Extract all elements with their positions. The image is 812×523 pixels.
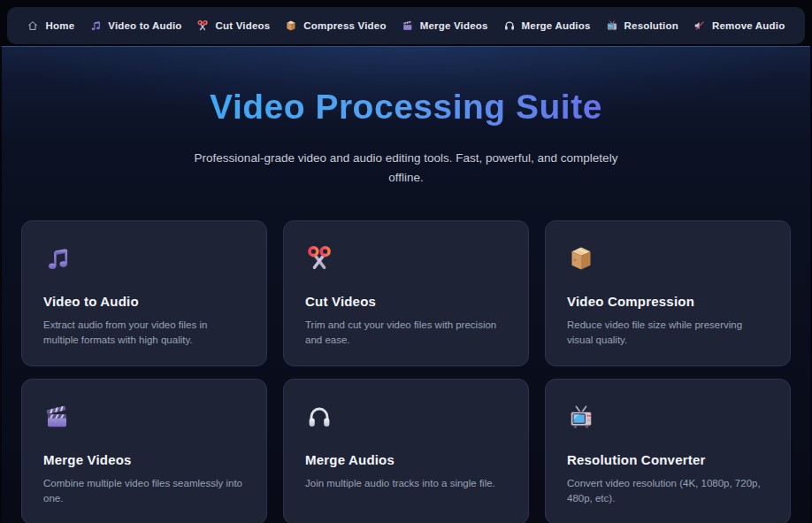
muted-speaker-icon bbox=[693, 19, 706, 32]
music-note-icon bbox=[43, 244, 72, 273]
nav-item-video-to-audio[interactable]: Video to Audio bbox=[89, 19, 181, 32]
headphones-icon bbox=[305, 403, 333, 431]
page-title: Video Processing Suite bbox=[210, 88, 602, 127]
nav-item-merge-audios[interactable]: Merge Audios bbox=[503, 19, 591, 32]
hero-section: Video Processing Suite Professional-grad… bbox=[2, 47, 810, 188]
nav-item-compress-video[interactable]: Compress Video bbox=[285, 19, 386, 32]
card-icon-wrap bbox=[305, 244, 507, 273]
nav-item-label: Compress Video bbox=[303, 20, 386, 31]
package-icon bbox=[567, 244, 595, 273]
card-description: Reduce video file size while preserving … bbox=[567, 318, 769, 347]
card-description: Combine multiple video files seamlessly … bbox=[43, 476, 245, 505]
card-icon-wrap bbox=[567, 403, 769, 431]
nav-item-label: Resolution bbox=[624, 20, 678, 31]
package-icon bbox=[285, 19, 297, 32]
tool-card-grid: Video to Audio Extract audio from your v… bbox=[21, 220, 791, 523]
card-description: Convert video resolution (4K, 1080p, 720… bbox=[567, 476, 769, 505]
card-cut-videos[interactable]: Cut Videos Trim and cut your video files… bbox=[283, 220, 529, 366]
nav-item-label: Home bbox=[45, 20, 74, 31]
nav-item-cut-videos[interactable]: Cut Videos bbox=[196, 19, 270, 32]
card-merge-videos[interactable]: Merge Videos Combine multiple video file… bbox=[21, 379, 267, 523]
page-subtitle: Professional-grade video and audio editi… bbox=[176, 149, 636, 188]
nav-item-label: Merge Videos bbox=[420, 20, 488, 31]
main-content: Video Processing Suite Professional-grad… bbox=[2, 46, 810, 523]
scissors-icon bbox=[305, 244, 333, 273]
headphones-icon bbox=[503, 19, 516, 32]
clapperboard-icon bbox=[402, 19, 414, 32]
card-video-compression[interactable]: Video Compression Reduce video file size… bbox=[545, 220, 791, 366]
house-icon bbox=[27, 19, 39, 32]
card-title: Video Compression bbox=[567, 294, 769, 309]
nav-item-label: Video to Audio bbox=[108, 20, 181, 31]
card-title: Cut Videos bbox=[305, 294, 507, 309]
nav-item-resolution[interactable]: Resolution bbox=[606, 19, 678, 32]
music-note-icon bbox=[89, 19, 102, 32]
card-description: Trim and cut your video files with preci… bbox=[305, 318, 507, 347]
tv-icon bbox=[567, 403, 595, 431]
card-merge-audios[interactable]: Merge Audios Join multiple audio tracks … bbox=[283, 379, 529, 523]
nav-item-merge-videos[interactable]: Merge Videos bbox=[402, 19, 488, 32]
tv-icon bbox=[606, 19, 618, 32]
card-icon-wrap bbox=[43, 403, 245, 431]
scissors-icon bbox=[196, 19, 209, 32]
card-title: Resolution Converter bbox=[567, 452, 769, 467]
top-navbar: Home Video to Audio Cut Videos Compress … bbox=[7, 7, 805, 44]
nav-item-remove-audio[interactable]: Remove Audio bbox=[693, 19, 785, 32]
nav-item-label: Merge Audios bbox=[522, 20, 591, 31]
card-video-to-audio[interactable]: Video to Audio Extract audio from your v… bbox=[21, 220, 267, 366]
nav-item-home[interactable]: Home bbox=[27, 19, 74, 32]
card-title: Video to Audio bbox=[43, 294, 245, 309]
card-icon-wrap bbox=[567, 244, 769, 273]
card-description: Join multiple audio tracks into a single… bbox=[305, 476, 507, 491]
clapperboard-icon bbox=[43, 403, 72, 431]
card-icon-wrap bbox=[43, 244, 245, 273]
card-title: Merge Videos bbox=[43, 452, 245, 467]
card-title: Merge Audios bbox=[305, 452, 507, 467]
nav-item-label: Cut Videos bbox=[215, 20, 270, 31]
card-description: Extract audio from your video files in m… bbox=[43, 318, 245, 347]
card-icon-wrap bbox=[305, 403, 507, 431]
nav-item-label: Remove Audio bbox=[712, 20, 785, 31]
card-resolution-converter[interactable]: Resolution Converter Convert video resol… bbox=[545, 379, 791, 523]
